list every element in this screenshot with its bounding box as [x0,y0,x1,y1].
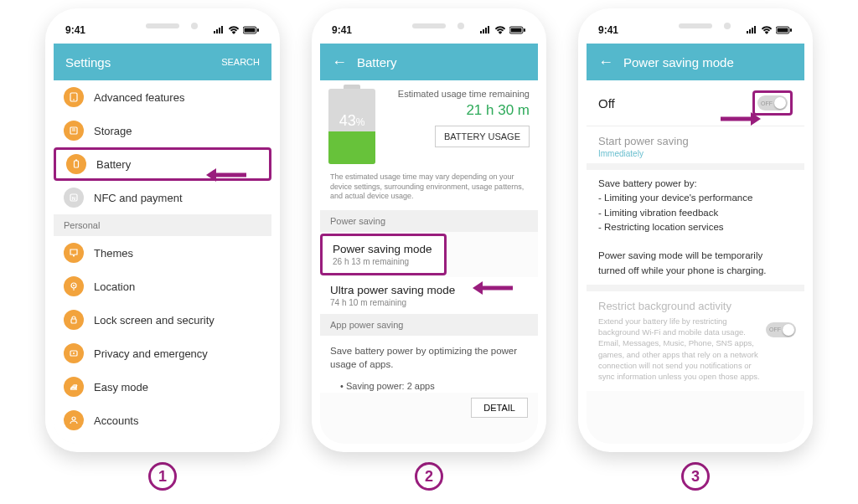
svg-point-4 [73,99,75,100]
accounts-icon [64,410,84,430]
status-icons [479,26,526,34]
step-badge-3: 3 [681,462,710,491]
status-time: 9:41 [598,24,618,36]
settings-item-google[interactable]: G Google [54,437,271,444]
step-badge-1: 1 [148,462,177,491]
svg-rect-25 [778,28,788,33]
back-button[interactable]: ← [598,54,613,71]
themes-icon [64,243,84,263]
svg-rect-22 [524,28,525,32]
annotation-arrow-2 [471,279,514,297]
list-label: Storage [94,125,132,137]
header-bar: ← Battery [320,44,538,80]
phone-mockup-3: 9:41 ← Power saving mode Off OFF Start p… [578,8,813,452]
battery-disclaimer: The estimated usage time may vary depend… [320,172,538,210]
app-ps-bullet: • Saving power: 2 apps [320,379,538,393]
detail-button[interactable]: DETAIL [471,398,528,418]
list-label: Advanced features [94,91,184,104]
search-action[interactable]: SEARCH [221,57,260,67]
settings-item-storage[interactable]: Storage [54,114,271,147]
section-app-power-saving: App power saving [320,314,538,336]
svg-text:N: N [72,196,75,201]
svg-point-18 [72,417,75,420]
power-saving-description: Save battery power by: - Limiting your d… [587,170,804,285]
power-saving-toggle[interactable]: OFF [757,95,788,111]
power-saving-toggle-row: Off OFF [587,80,804,126]
phone-notch [379,17,479,35]
list-label: Themes [94,247,133,260]
phone-mockup-1: 9:41 Settings SEARCH Advanced features S… [45,8,280,452]
estimated-label: Estimated usage time remaining [384,89,530,99]
list-label: Accounts [94,414,138,427]
privacy-icon [64,343,84,363]
list-label: Privacy and emergency [94,347,208,360]
app-ps-text: Save battery power by optimizing the pow… [320,336,538,379]
storage-icon [64,121,84,141]
settings-item-accounts[interactable]: Accounts [54,404,271,437]
status-time: 9:41 [65,24,85,36]
step-badge-2: 2 [415,462,443,491]
header-title: Power saving mode [623,55,793,69]
section-power-saving: Power saving [320,210,538,232]
svg-rect-9 [75,160,77,162]
battery-percent: 43 [339,112,356,129]
svg-point-13 [73,285,75,286]
settings-item-location[interactable]: Location [54,270,271,303]
list-label: Easy mode [94,381,148,393]
restrict-bg-title: Restrict background activity [587,291,804,316]
battery-usage-button[interactable]: BATTERY USAGE [435,126,530,147]
annotation-arrow-1 [204,166,248,184]
status-icons [213,26,260,34]
header-bar: Settings SEARCH [54,44,271,80]
start-power-saving-label[interactable]: Start power saving [587,126,804,149]
restrict-bg-toggle[interactable]: OFF [766,322,796,337]
svg-rect-26 [790,28,792,32]
svg-point-17 [73,352,75,354]
location-icon [64,276,84,296]
off-label: Off [598,96,752,111]
percent-suffix: % [356,116,365,128]
start-power-saving-sub: Immediately [587,149,804,163]
nfc-icon: N [64,188,84,208]
ultra-sub: 74 h 10 m remaining [330,298,528,307]
ps-title: Power saving mode [333,243,432,255]
settings-item-themes[interactable]: Themes [54,236,271,270]
status-time: 9:41 [332,24,352,36]
settings-item-advanced[interactable]: Advanced features [54,80,271,114]
ps-sub: 26 h 13 m remaining [333,257,432,266]
estimated-time: 21 h 30 m [384,102,530,119]
restrict-bg-sub: Extend your battery life by restricting … [587,316,804,391]
settings-item-nfc[interactable]: N NFC and payment [54,181,271,214]
list-label: Lock screen and security [94,314,214,327]
lock-icon [64,310,84,330]
svg-rect-21 [511,28,522,33]
battery-icon [66,154,86,174]
svg-rect-2 [257,28,259,32]
status-icons [746,26,793,34]
header-title: Battery [357,55,526,69]
svg-rect-15 [71,319,76,323]
phone-notch [645,17,746,35]
list-label: Location [94,280,135,293]
power-saving-mode-item[interactable]: Power saving mode 26 h 13 m remaining [320,234,447,275]
easy-icon [64,377,84,397]
list-label: Battery [96,158,131,171]
settings-item-easy[interactable]: Easy mode [54,370,271,404]
battery-graphic: 43% [328,89,375,164]
phone-notch [112,17,213,35]
advanced-icon [64,87,84,107]
svg-rect-8 [75,161,79,167]
battery-summary: 43% Estimated usage time remaining 21 h … [320,80,538,172]
phone-mockup-2: 9:41 ← Battery 43% Estimated usage time … [312,8,546,452]
header-title: Settings [65,55,221,69]
annotation-arrow-3 [719,110,762,128]
settings-item-privacy[interactable]: Privacy and emergency [54,337,271,370]
svg-rect-1 [245,28,256,33]
section-personal: Personal [54,214,271,236]
list-label: NFC and payment [94,192,183,204]
back-button[interactable]: ← [332,54,347,71]
header-bar: ← Power saving mode [587,44,804,80]
settings-item-lock[interactable]: Lock screen and security [54,303,271,337]
